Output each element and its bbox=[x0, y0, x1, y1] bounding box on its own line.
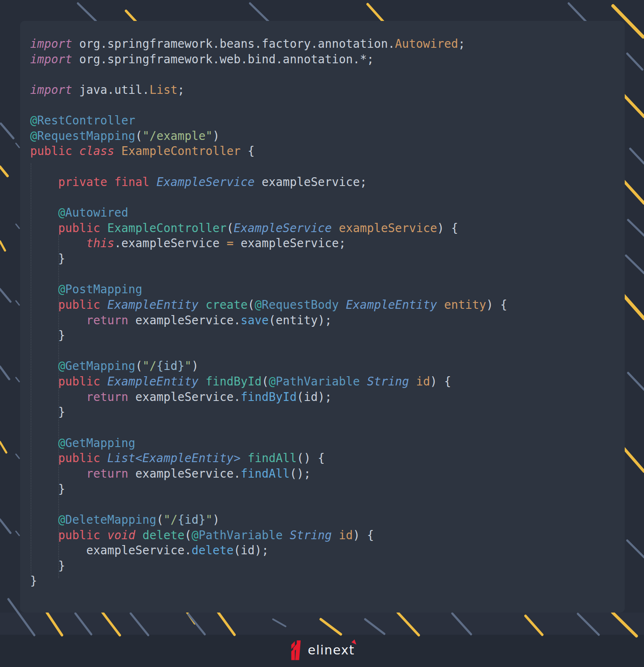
code-token: ExampleEntity bbox=[107, 375, 198, 388]
code-token bbox=[30, 451, 58, 465]
code-token: ( bbox=[185, 528, 192, 542]
code-token: import bbox=[30, 83, 72, 96]
code-line bbox=[30, 343, 621, 359]
code-token: @ bbox=[191, 528, 198, 542]
code-line bbox=[30, 98, 621, 113]
code-token: ( bbox=[247, 298, 255, 311]
code-line: public void delete(@PathVariable String … bbox=[30, 527, 621, 543]
code-token: } bbox=[30, 482, 65, 496]
code-line: @GetMapping("/{id}") bbox=[30, 358, 621, 374]
diagonal-stroke bbox=[273, 619, 286, 626]
code-token: } bbox=[30, 559, 65, 572]
code-line: @RequestMapping("/example") bbox=[30, 128, 621, 144]
code-token: List<ExampleEntity> bbox=[107, 451, 240, 465]
code-token: .exampleService bbox=[114, 236, 227, 250]
code-token: id bbox=[339, 528, 353, 542]
code-line: @GetMapping bbox=[30, 435, 621, 451]
code-token: @ bbox=[58, 206, 65, 219]
diagonal-stroke bbox=[624, 448, 644, 471]
elinext-logo-mark-icon bbox=[289, 640, 302, 660]
diagonal-stroke bbox=[131, 613, 148, 635]
code-token: entity bbox=[444, 298, 487, 311]
code-token: () { bbox=[297, 451, 325, 465]
code-line: import org.springframework.beans.factory… bbox=[30, 36, 621, 52]
brand-label: elinext bbox=[308, 643, 355, 657]
code-token: String bbox=[290, 528, 332, 542]
code-token bbox=[332, 221, 339, 235]
code-line: } bbox=[30, 481, 621, 497]
code-token: exampleService. bbox=[129, 467, 241, 480]
diagonal-stroke bbox=[613, 613, 636, 636]
code-line: return exampleService.findAll(); bbox=[30, 466, 621, 481]
code-token: ExampleEntity bbox=[346, 298, 437, 311]
diagonal-stroke bbox=[0, 241, 5, 251]
code-token: return bbox=[86, 313, 129, 327]
code-line: import org.springframework.web.bind.anno… bbox=[30, 52, 621, 67]
code-token: @ bbox=[58, 436, 65, 450]
code-token: {id} bbox=[157, 359, 185, 372]
code-line bbox=[30, 67, 621, 82]
diagonal-stroke bbox=[188, 614, 205, 634]
diagonal-stroke bbox=[452, 613, 471, 634]
elinext-logo: elinext bbox=[289, 640, 355, 660]
code-token: ExampleEntity bbox=[107, 298, 198, 311]
diagonal-stroke bbox=[47, 613, 62, 635]
diagonal-stroke bbox=[16, 531, 19, 535]
code-token: ) { bbox=[486, 298, 507, 311]
code-token: @ bbox=[58, 513, 65, 526]
code-token: Autowired bbox=[395, 37, 458, 50]
diagonal-stroke bbox=[578, 614, 599, 635]
code-token: @ bbox=[255, 298, 262, 311]
code-token: this bbox=[86, 236, 114, 250]
code-token: PathVariable bbox=[198, 528, 283, 542]
code-token: id bbox=[416, 375, 430, 388]
code-token: exampleService; bbox=[234, 236, 346, 250]
code-line: @RestController bbox=[30, 113, 621, 128]
code-token: " bbox=[206, 513, 213, 526]
code-token: @ bbox=[269, 375, 276, 388]
code-token: public bbox=[58, 221, 107, 235]
code-line: return exampleService.findById(id); bbox=[30, 389, 621, 405]
diagonal-stroke bbox=[622, 293, 644, 318]
code-line: public ExampleEntity findById(@PathVaria… bbox=[30, 374, 621, 389]
code-panel: import org.springframework.beans.factory… bbox=[20, 21, 625, 613]
code-line: } bbox=[30, 558, 621, 574]
code-token: ( bbox=[227, 221, 234, 235]
code-line: public ExampleController(ExampleService … bbox=[30, 220, 621, 236]
code-line: return exampleService.save(entity); bbox=[30, 313, 621, 328]
code-token: public bbox=[30, 144, 79, 158]
code-token: { bbox=[241, 144, 255, 158]
diagonal-stroke bbox=[16, 377, 19, 382]
code-token: ExampleService bbox=[157, 175, 255, 189]
code-token bbox=[198, 298, 206, 311]
code-token: void bbox=[107, 528, 135, 542]
code-token bbox=[30, 375, 58, 388]
diagonal-stroke bbox=[16, 224, 19, 228]
code-token bbox=[30, 236, 86, 250]
code-token: public bbox=[58, 375, 107, 388]
code-token: ) bbox=[213, 129, 220, 142]
code-line: } bbox=[30, 251, 621, 266]
code-line bbox=[30, 266, 621, 282]
diagonal-stroke bbox=[321, 619, 341, 634]
diagonal-stroke bbox=[365, 619, 384, 634]
diagonal-stroke bbox=[78, 3, 96, 21]
code-token: PostMapping bbox=[65, 282, 142, 296]
code-token: class bbox=[79, 144, 121, 158]
code-token: findById bbox=[206, 375, 262, 388]
diagonal-stroke bbox=[103, 613, 120, 635]
code-token: List bbox=[149, 83, 178, 96]
code-token: return bbox=[86, 467, 129, 480]
diagonal-stroke bbox=[1, 124, 13, 138]
code-token: ExampleController bbox=[121, 144, 241, 158]
page-root: { "background": { "outer": "#272d39", "b… bbox=[0, 0, 644, 667]
code-token bbox=[30, 359, 58, 372]
code-line: public List<ExampleEntity> findAll() { bbox=[30, 450, 621, 466]
code-token: public bbox=[58, 528, 107, 542]
code-token bbox=[437, 298, 444, 311]
code-line: } bbox=[30, 573, 621, 589]
code-line: exampleService.delete(id); bbox=[30, 543, 621, 558]
code-token: String bbox=[367, 375, 409, 388]
code-token bbox=[30, 436, 58, 450]
code-token: {id} bbox=[178, 513, 206, 526]
